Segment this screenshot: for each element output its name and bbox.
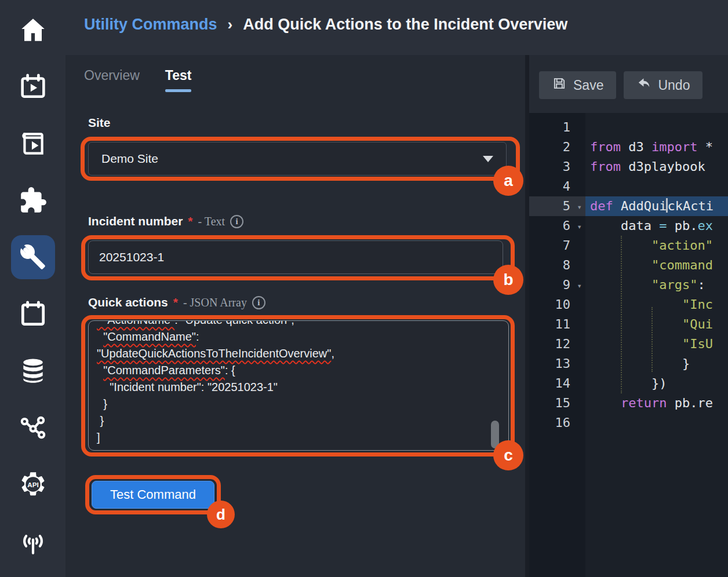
share-nodes-icon xyxy=(11,406,55,450)
tab-test[interactable]: Test xyxy=(165,68,192,92)
fold-arrow-icon[interactable]: ▾ xyxy=(577,276,582,295)
breadcrumb: Utility Commands › Add Quick Actions to … xyxy=(84,16,567,34)
info-icon[interactable]: i xyxy=(252,296,265,309)
line-number: 12 xyxy=(529,334,585,354)
code-line: 12 "IsU xyxy=(529,334,728,354)
quick-actions-label-row: Quick actions * - JSON Array i xyxy=(88,295,265,309)
code-line: 3from d3playbook xyxy=(529,157,728,177)
code-line: 8 "command xyxy=(529,255,728,275)
line-number: 4 xyxy=(529,177,585,196)
undo-button[interactable]: Undo xyxy=(624,71,702,99)
site-label-row: Site xyxy=(88,116,111,130)
code-lines: 12from d3 import *3from d3playbook45▾def… xyxy=(529,118,728,433)
app: API Utility Commands › Add Quick Actions… xyxy=(0,0,728,577)
annotation-badge-b: b xyxy=(493,265,523,295)
line-number: 10 xyxy=(529,295,585,315)
code-panel: Save Undo 12from d3 import *3from d3play… xyxy=(529,55,728,577)
line-number: 2 xyxy=(529,137,585,157)
line-number: 5▾ xyxy=(529,196,585,216)
incident-number-type-hint: - Text xyxy=(198,215,225,228)
sidebar-item-api-gear[interactable]: API xyxy=(0,456,65,513)
line-number: 3 xyxy=(529,157,585,177)
code-line: 5▾def AddQuickActi xyxy=(529,196,728,216)
breadcrumb-separator-icon: › xyxy=(228,16,233,34)
sidebar-item-calendar[interactable] xyxy=(0,286,65,342)
required-asterisk: * xyxy=(173,295,178,309)
line-number: 16 xyxy=(529,413,585,433)
code-line: 2from d3 import * xyxy=(529,137,728,157)
book-play-icon xyxy=(11,122,55,166)
sidebar-item-antenna[interactable] xyxy=(0,513,65,569)
sidebar: API xyxy=(0,0,65,577)
code-line: 10 "Inc xyxy=(529,295,728,315)
code-line: 16 xyxy=(529,413,728,433)
undo-icon xyxy=(636,76,651,94)
fold-arrow-icon[interactable]: ▾ xyxy=(577,217,582,236)
panel-divider xyxy=(525,55,529,577)
line-number: 11 xyxy=(529,315,585,334)
line-number: 14 xyxy=(529,374,585,393)
code-line: 4 xyxy=(529,177,728,196)
save-button[interactable]: Save xyxy=(539,71,616,99)
sidebar-item-share-nodes[interactable] xyxy=(0,399,65,456)
calendar-play-icon xyxy=(11,65,55,109)
required-asterisk: * xyxy=(188,214,192,228)
info-icon[interactable]: i xyxy=(230,215,243,228)
line-number: 8 xyxy=(529,255,585,275)
line-number: 7 xyxy=(529,236,585,255)
sidebar-item-calendar-play[interactable] xyxy=(0,59,65,115)
save-icon xyxy=(552,76,567,94)
code-line: 14 }) xyxy=(529,374,728,393)
tab-overview[interactable]: Overview xyxy=(84,68,140,92)
code-line: 15 return pb.re xyxy=(529,393,728,413)
code-line: 6▾ data = pb.ex xyxy=(529,216,728,236)
save-button-label: Save xyxy=(573,78,603,93)
undo-button-label: Undo xyxy=(658,78,690,93)
annotation-badge-d: d xyxy=(207,501,235,528)
quick-actions-type-hint: - JSON Array xyxy=(183,296,247,309)
sidebar-item-home[interactable] xyxy=(0,2,65,59)
api-gear-icon: API xyxy=(11,462,55,506)
code-line: 9▾ "args": xyxy=(529,275,728,295)
site-select-value: Demo Site xyxy=(101,152,158,166)
sidebar-item-database[interactable] xyxy=(0,342,65,399)
database-icon xyxy=(11,349,55,393)
site-label: Site xyxy=(88,116,111,130)
home-icon xyxy=(11,8,55,52)
tools-icon xyxy=(11,235,55,279)
site-select[interactable]: Demo Site xyxy=(88,142,507,176)
code-line: 11 "Qui xyxy=(529,315,728,334)
quick-actions-label: Quick actions xyxy=(88,295,168,309)
calendar-icon xyxy=(11,292,55,336)
antenna-icon xyxy=(11,519,55,563)
page-title: Add Quick Actions to the Incident Overvi… xyxy=(243,16,567,34)
sidebar-item-puzzle[interactable] xyxy=(0,172,65,229)
sidebar-item-book-play[interactable] xyxy=(0,115,65,172)
fold-arrow-icon[interactable]: ▾ xyxy=(577,197,582,217)
incident-number-label-row: Incident number * - Text i xyxy=(88,214,243,228)
editor-toolbar: Save Undo xyxy=(539,71,702,99)
code-editor[interactable]: 12from d3 import *3from d3playbook45▾def… xyxy=(529,113,728,577)
line-number: 15 xyxy=(529,393,585,413)
test-command-button[interactable]: Test Command xyxy=(92,481,214,509)
line-number: 13 xyxy=(529,354,585,374)
line-number: 9▾ xyxy=(529,275,585,295)
incident-number-input[interactable] xyxy=(88,240,503,274)
code-line: 13 } xyxy=(529,354,728,374)
caret-down-icon xyxy=(483,156,493,162)
line-number: 6▾ xyxy=(529,216,585,236)
tab-bar: Overview Test xyxy=(84,68,191,92)
code-line: 1 xyxy=(529,118,728,137)
quick-actions-json-text: "ActionName": "Update quick action", "Co… xyxy=(89,320,508,446)
sidebar-item-tools[interactable] xyxy=(0,229,65,286)
incident-number-label: Incident number xyxy=(88,214,183,228)
breadcrumb-parent-link[interactable]: Utility Commands xyxy=(84,16,217,34)
code-line: 7 "action" xyxy=(529,236,728,255)
annotation-badge-a: a xyxy=(493,166,523,196)
quick-actions-textarea[interactable]: "ActionName": "Update quick action", "Co… xyxy=(88,320,509,451)
puzzle-icon xyxy=(11,178,55,222)
line-number: 1 xyxy=(529,118,585,137)
annotation-badge-c: c xyxy=(493,440,523,470)
svg-text:API: API xyxy=(27,481,38,488)
